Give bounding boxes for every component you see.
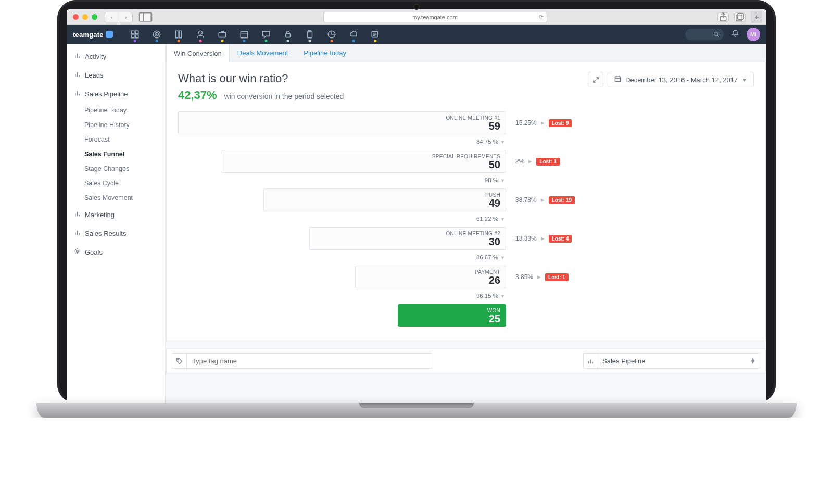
tab-win-conversion[interactable]: Win Conversion — [166, 44, 230, 62]
funnel-bar-payment[interactable]: PAYMENT26 — [355, 266, 506, 288]
sidebar-item-sales-movement[interactable]: Sales Movement — [67, 191, 165, 205]
new-tab-button[interactable]: + — [751, 11, 762, 23]
nav-calendar-icon[interactable] — [239, 27, 249, 42]
stage-name: ONLINE MEETING #1 — [446, 115, 500, 121]
sidebar-item-leads[interactable]: Leads — [67, 66, 165, 84]
sidebar-item-marketing[interactable]: Marketing — [67, 205, 165, 224]
minimize-window-button[interactable] — [82, 14, 88, 20]
browser-chrome: ‹ › my.teamgate.com ⟳ + — [67, 9, 766, 25]
sidebar-item-sales-cycle[interactable]: Sales Cycle — [67, 176, 165, 191]
conversion-rate: 61,22 %▼ — [178, 213, 506, 227]
forward-button[interactable]: › — [119, 12, 132, 22]
triangle-down-icon: ▼ — [500, 217, 505, 222]
show-sidebar-button[interactable] — [138, 12, 152, 22]
nav-cloud-icon[interactable] — [348, 27, 359, 42]
conversion-rate: 98 %▼ — [178, 175, 506, 188]
chart-icon — [584, 354, 598, 368]
lost-badge[interactable]: Lost: 4 — [549, 235, 572, 243]
fullscreen-window-button[interactable] — [92, 14, 97, 20]
lost-badge[interactable]: Lost: 1 — [545, 273, 569, 281]
sidebar-item-forecast[interactable]: Forecast — [67, 132, 165, 147]
sidebar-item-sales-pipeline[interactable]: Sales Pipeline — [67, 84, 165, 103]
stage-value: 59 — [489, 121, 500, 131]
svg-rect-5 — [131, 31, 134, 34]
win-ratio-label: win conversion in the period selected — [224, 92, 344, 100]
funnel-bar-online-meeting-2[interactable]: ONLINE MEETING #230 — [309, 227, 506, 250]
funnel-loss-info: 13.33%▶Lost: 4 — [506, 227, 595, 250]
share-button[interactable] — [717, 12, 729, 22]
funnel-bar-push[interactable]: PUSH49 — [263, 188, 506, 211]
tabs-button[interactable] — [734, 12, 746, 22]
sidebar-item-label: Sales Cycle — [84, 180, 119, 187]
chart-icon — [74, 90, 81, 98]
header-nav-icons — [130, 27, 381, 42]
back-button[interactable]: ‹ — [105, 12, 119, 22]
funnel-bar-won[interactable]: WON25 — [398, 304, 506, 327]
nav-piechart-icon[interactable] — [326, 27, 337, 42]
date-range-label: December 13, 2016 - March 12, 2017 — [625, 76, 738, 84]
tab-deals-movement[interactable]: Deals Movement — [230, 43, 296, 62]
lost-badge[interactable]: Lost: 19 — [549, 196, 575, 204]
sidebar-item-goals[interactable]: Goals — [67, 243, 165, 261]
sidebar-item-label: Activity — [85, 53, 106, 60]
triangle-down-icon: ▼ — [500, 178, 505, 183]
reload-button[interactable]: ⟳ — [539, 14, 544, 20]
sidebar-item-label: Pipeline Today — [84, 107, 127, 114]
date-range-picker[interactable]: December 13, 2016 - March 12, 2017 ▼ — [608, 72, 754, 87]
tag-name-input[interactable] — [187, 357, 432, 365]
nav-book-icon[interactable] — [173, 27, 184, 42]
main-content: Win ConversionDeals MovementPipeline tod… — [166, 44, 766, 403]
nav-clipboard-icon[interactable] — [305, 27, 315, 42]
global-search[interactable] — [685, 29, 724, 40]
sidebar-item-sales-funnel[interactable]: Sales Funnel — [67, 147, 165, 161]
conversion-rate: 86,67 %▼ — [178, 252, 506, 266]
search-icon — [713, 31, 720, 37]
nav-target-icon[interactable] — [152, 27, 162, 42]
nav-lock-icon[interactable] — [283, 27, 293, 42]
sidebar-item-stage-changes[interactable]: Stage Changes — [67, 161, 165, 176]
avatar[interactable]: MI — [747, 28, 760, 41]
brand-badge-icon — [106, 31, 113, 38]
sidebar-item-label: Sales Pipeline — [85, 90, 128, 98]
funnel-stage-row: PAYMENT263.85%▶Lost: 1 — [178, 266, 754, 288]
nav-briefcase-icon[interactable] — [217, 27, 228, 42]
conversion-rate: 84,75 %▼ — [178, 136, 506, 150]
svg-point-24 — [714, 32, 718, 36]
close-window-button[interactable] — [73, 14, 79, 20]
sidebar-item-sales-results[interactable]: Sales Results — [67, 224, 165, 243]
chart-icon — [74, 52, 81, 60]
loss-percent: 2% — [515, 158, 524, 165]
sidebar-toggle-group — [138, 12, 153, 22]
triangle-right-icon: ▶ — [541, 236, 545, 241]
tab-pipeline-today[interactable]: Pipeline today — [296, 43, 354, 62]
sidebar-item-pipeline-today[interactable]: Pipeline Today — [67, 103, 165, 118]
address-bar[interactable]: my.teamgate.com ⟳ — [323, 12, 547, 22]
funnel-loss-info: 2%▶Lost: 1 — [506, 150, 595, 173]
nav-grid-icon[interactable] — [130, 27, 140, 42]
stage-value: 50 — [489, 159, 500, 170]
laptop-base — [36, 403, 797, 418]
funnel-stage-row: ONLINE MEETING #23013.33%▶Lost: 4 — [178, 227, 754, 250]
sidebar-item-pipeline-history[interactable]: Pipeline History — [67, 118, 165, 132]
gear-icon — [74, 248, 81, 256]
loss-percent: 38.78% — [515, 196, 537, 204]
pipeline-select[interactable]: Sales Pipeline ▲▼ — [583, 353, 760, 369]
sidebar: ActivityLeadsSales PipelinePipeline Toda… — [67, 44, 166, 403]
nav-chat-icon[interactable] — [261, 27, 271, 42]
funnel-bar-special-requirements[interactable]: SPECIAL REQUIREMENTS50 — [221, 150, 506, 173]
app-header: teamgate MI — [67, 25, 766, 44]
triangle-right-icon: ▶ — [537, 274, 541, 280]
brand-logo[interactable]: teamgate — [73, 31, 113, 39]
report-panel: What is our win ratio? 42,37% win conver… — [166, 62, 766, 341]
nav-user-icon[interactable] — [195, 27, 206, 42]
expand-button[interactable] — [588, 72, 603, 87]
sidebar-item-activity[interactable]: Activity — [67, 47, 165, 66]
funnel-bar-online-meeting-1[interactable]: ONLINE MEETING #159 — [178, 111, 506, 134]
sidebar-item-label: Pipeline History — [84, 121, 130, 129]
nav-buttons: ‹ › — [105, 12, 133, 22]
notifications-button[interactable] — [731, 29, 739, 40]
svg-rect-7 — [131, 35, 134, 38]
lost-badge[interactable]: Lost: 9 — [549, 119, 572, 127]
nav-news-icon[interactable] — [370, 27, 381, 42]
lost-badge[interactable]: Lost: 1 — [536, 158, 560, 166]
